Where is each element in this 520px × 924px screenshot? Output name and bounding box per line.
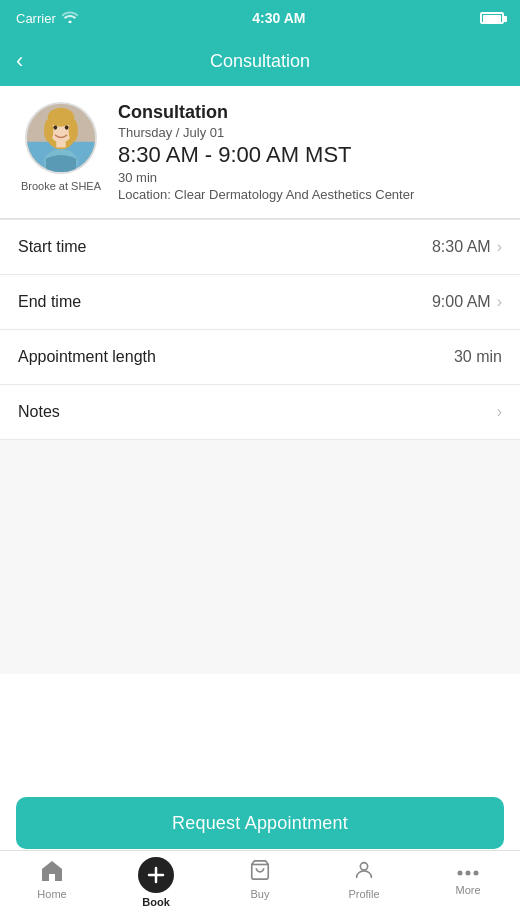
svg-point-9: [65, 126, 69, 130]
svg-point-7: [69, 119, 78, 142]
appointment-length-label: Appointment length: [18, 348, 156, 366]
book-icon: [138, 857, 174, 893]
tab-more[interactable]: More: [416, 859, 520, 896]
status-bar: Carrier 4:30 AM: [0, 0, 520, 36]
appointment-length-value-wrap: 30 min: [454, 348, 502, 366]
end-time-value: 9:00 AM: [432, 293, 491, 311]
status-right: [480, 12, 504, 24]
spacer: [0, 440, 520, 674]
appointment-type: Consultation: [118, 102, 504, 123]
appointment-length-row: Appointment length 30 min: [0, 330, 520, 385]
notes-row[interactable]: Notes ›: [0, 385, 520, 440]
battery-icon: [480, 12, 504, 24]
avatar-wrap: Brooke at SHEA: [16, 102, 106, 192]
more-icon: [457, 859, 479, 881]
notes-value-wrap: ›: [497, 403, 502, 421]
start-time-value-wrap: 8:30 AM ›: [432, 238, 502, 256]
detail-list: Start time 8:30 AM › End time 9:00 AM › …: [0, 219, 520, 440]
appointment-date: Thursday / July 01: [118, 125, 504, 140]
back-button[interactable]: ‹: [16, 50, 23, 72]
tab-home[interactable]: Home: [0, 859, 104, 900]
wifi-icon: [62, 11, 78, 26]
svg-point-15: [474, 871, 479, 876]
status-left: Carrier: [16, 11, 78, 26]
appointment-time: 8:30 AM - 9:00 AM MST: [118, 142, 504, 168]
buy-icon: [249, 859, 271, 885]
svg-point-13: [458, 871, 463, 876]
tab-book[interactable]: Book: [104, 859, 208, 908]
request-btn-wrap: Request Appointment: [0, 797, 520, 849]
tab-more-label: More: [455, 884, 480, 896]
profile-icon: [353, 859, 375, 885]
tab-buy[interactable]: Buy: [208, 859, 312, 900]
svg-point-12: [360, 863, 367, 870]
tab-buy-label: Buy: [251, 888, 270, 900]
start-time-chevron: ›: [497, 238, 502, 256]
avatar-label: Brooke at SHEA: [21, 180, 101, 192]
tab-bar: Home Book Buy Profile: [0, 850, 520, 924]
appointment-duration: 30 min: [118, 170, 504, 185]
home-icon: [40, 859, 64, 885]
svg-rect-10: [56, 140, 65, 148]
end-time-label: End time: [18, 293, 81, 311]
tab-profile-label: Profile: [348, 888, 379, 900]
nav-header: ‹ Consultation: [0, 36, 520, 86]
svg-point-8: [53, 126, 57, 130]
start-time-value: 8:30 AM: [432, 238, 491, 256]
page-title: Consultation: [210, 51, 310, 72]
request-appointment-button[interactable]: Request Appointment: [16, 797, 504, 849]
tab-profile[interactable]: Profile: [312, 859, 416, 900]
tab-book-label: Book: [142, 896, 170, 908]
end-time-row[interactable]: End time 9:00 AM ›: [0, 275, 520, 330]
appointment-length-value: 30 min: [454, 348, 502, 366]
start-time-row[interactable]: Start time 8:30 AM ›: [0, 219, 520, 275]
notes-chevron: ›: [497, 403, 502, 421]
appointment-location: Location: Clear Dermatology And Aestheti…: [118, 187, 504, 202]
profile-card: Brooke at SHEA Consultation Thursday / J…: [0, 86, 520, 219]
svg-point-14: [466, 871, 471, 876]
notes-label: Notes: [18, 403, 60, 421]
carrier-label: Carrier: [16, 11, 56, 26]
svg-point-6: [44, 119, 53, 142]
start-time-label: Start time: [18, 238, 86, 256]
avatar: [25, 102, 97, 174]
tab-home-label: Home: [37, 888, 66, 900]
end-time-chevron: ›: [497, 293, 502, 311]
status-time: 4:30 AM: [252, 10, 305, 26]
profile-info: Consultation Thursday / July 01 8:30 AM …: [106, 102, 504, 202]
end-time-value-wrap: 9:00 AM ›: [432, 293, 502, 311]
